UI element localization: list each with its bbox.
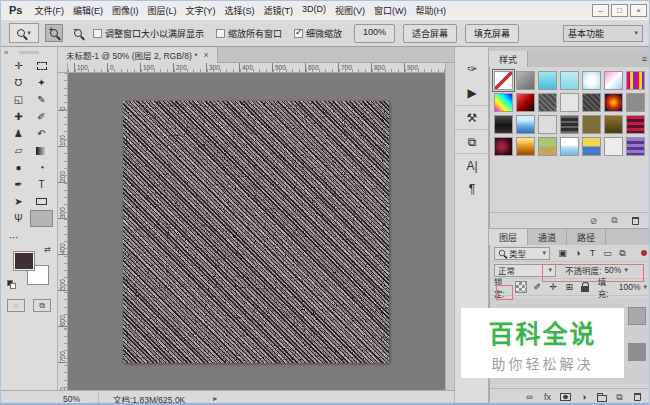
rectangular-marquee-tool[interactable] — [30, 57, 53, 74]
style-swatch[interactable] — [494, 115, 513, 134]
delete-style-button[interactable] — [630, 217, 641, 225]
menu-item[interactable]: 滤镜(T) — [263, 4, 293, 17]
zoom-tool[interactable] — [30, 210, 53, 227]
close-icon[interactable]: × — [203, 50, 208, 60]
tool-presets-panel-icon[interactable]: ⚒ — [455, 105, 489, 129]
menu-item[interactable]: 图像(I) — [112, 4, 139, 17]
shape-tool[interactable] — [30, 193, 53, 210]
blur-tool[interactable]: ● — [7, 159, 30, 176]
canvas-area[interactable] — [68, 73, 445, 390]
gradient-tool[interactable] — [30, 142, 53, 159]
lasso-tool[interactable]: ℧ — [7, 74, 30, 91]
layer-thumbnail[interactable] — [628, 343, 646, 361]
healing-brush-tool[interactable]: ✚ — [7, 108, 30, 125]
delete-layer-icon[interactable] — [632, 393, 643, 401]
style-swatch[interactable] — [582, 93, 601, 112]
style-swatch[interactable] — [516, 115, 535, 134]
swap-colors-icon[interactable]: ⇄ — [44, 245, 51, 254]
filter-adjustment-icon[interactable]: ◑ — [572, 248, 583, 258]
vertical-scrollbar[interactable] — [445, 63, 454, 390]
layers-panel-tab[interactable]: 路径 — [567, 229, 606, 245]
actions-panel-icon[interactable]: ▶ — [455, 81, 489, 105]
collapse-panel-icon[interactable]: » — [4, 48, 8, 57]
panel-menu-icon[interactable]: ≡ — [642, 54, 650, 64]
filter-pixel-icon[interactable]: ▣ — [557, 248, 568, 258]
workspace-select[interactable]: 基本功能 ▾ — [563, 25, 643, 42]
status-expand-arrow[interactable]: ▸ — [213, 394, 217, 403]
menu-item[interactable]: 图层(L) — [147, 4, 176, 17]
dodge-tool[interactable]: ◔ — [30, 159, 53, 176]
style-swatch[interactable] — [604, 115, 623, 134]
menu-item[interactable]: 文件(F) — [34, 4, 64, 17]
edit-toolbar-button[interactable]: ⋯ — [9, 232, 19, 243]
document-image[interactable] — [123, 101, 389, 363]
filter-toggle-icon[interactable] — [641, 250, 647, 256]
option-checkbox[interactable]: 细微缩放 — [294, 27, 342, 40]
new-layer-icon[interactable]: ⧉ — [614, 392, 625, 403]
document-tab[interactable]: 未标题-1 @ 50% (图层 2, RGB/8) * × — [58, 47, 218, 63]
menu-item[interactable]: 编辑(E) — [73, 4, 103, 17]
checkbox-icon[interactable] — [93, 29, 102, 38]
style-swatch[interactable] — [582, 71, 601, 90]
style-swatch[interactable] — [582, 137, 601, 156]
option-checkbox[interactable]: 调整窗口大小以满屏显示 — [93, 27, 204, 40]
style-swatch[interactable] — [516, 93, 535, 112]
style-swatch[interactable] — [538, 137, 557, 156]
lock-all-icon[interactable] — [580, 282, 591, 292]
default-colors-icon[interactable] — [7, 280, 16, 289]
style-swatch[interactable] — [516, 71, 535, 90]
menu-item[interactable]: 窗口(W) — [374, 4, 407, 17]
style-swatch[interactable] — [604, 137, 623, 156]
checkbox-icon[interactable] — [294, 29, 303, 38]
zoom-out-button[interactable]: − — [69, 24, 87, 42]
style-swatch[interactable] — [582, 115, 601, 134]
filter-smart-object-icon[interactable]: ⧉ — [617, 248, 628, 259]
minimize-button[interactable]: – — [592, 4, 609, 17]
fill-screen-button[interactable]: 填充屏幕 — [465, 24, 519, 43]
tab-styles[interactable]: 样式 — [489, 51, 528, 67]
option-checkbox[interactable]: 缩放所有窗口 — [216, 27, 282, 40]
menu-item[interactable]: 文字(Y) — [185, 4, 215, 17]
style-swatch[interactable] — [560, 71, 579, 90]
style-swatch[interactable] — [604, 93, 623, 112]
brush-panel-icon[interactable]: ✑ — [455, 57, 489, 81]
zoom-in-button[interactable]: + — [45, 24, 63, 42]
clear-style-button[interactable]: ⊘ — [588, 216, 599, 226]
lock-artboard-icon[interactable]: ⊞ — [564, 282, 575, 292]
character-panel-icon[interactable]: A| — [455, 153, 489, 177]
quick-mask-button[interactable]: ◌ — [7, 299, 25, 312]
panel-grip[interactable] — [19, 51, 39, 54]
foreground-color-swatch[interactable] — [13, 251, 35, 271]
new-style-button[interactable]: ⧉ — [609, 215, 620, 226]
crop-tool[interactable]: ◱ — [7, 91, 30, 108]
fit-screen-button[interactable]: 适合屏幕 — [403, 24, 457, 43]
style-swatch[interactable] — [626, 71, 645, 90]
clone-source-panel-icon[interactable]: ⧉ — [455, 129, 489, 153]
chevron-down-icon[interactable]: ▾ — [643, 283, 647, 291]
zoom-100-button[interactable]: 100% — [354, 24, 395, 43]
history-brush-tool[interactable]: ↶ — [30, 125, 53, 142]
pen-tool[interactable]: ✒ — [7, 176, 30, 193]
layers-panel-tab[interactable]: 通道 — [528, 229, 567, 245]
close-button[interactable]: × — [630, 4, 647, 17]
layers-panel-tab[interactable]: 图层 — [489, 229, 528, 245]
new-group-icon[interactable] — [596, 393, 607, 402]
move-tool[interactable]: ✛ — [7, 57, 30, 74]
maximize-button[interactable]: □ — [611, 4, 628, 17]
style-none-swatch[interactable] — [494, 71, 513, 90]
checkbox-icon[interactable] — [216, 29, 225, 38]
paragraph-panel-icon[interactable]: ¶ — [455, 177, 489, 201]
screen-mode-button[interactable]: ⧉ — [33, 299, 51, 312]
menu-item[interactable]: 3D(D) — [302, 4, 326, 17]
menu-item[interactable]: 帮助(H) — [415, 4, 446, 17]
style-swatch[interactable] — [538, 115, 557, 134]
new-adjustment-layer-icon[interactable]: ◑ — [578, 392, 589, 402]
status-zoom-field[interactable]: 50% — [59, 393, 99, 405]
layer-filter-select[interactable]: 类型 ▾ — [494, 247, 550, 260]
style-swatch[interactable] — [538, 71, 557, 90]
style-swatch[interactable] — [626, 137, 645, 156]
layer-effects-icon[interactable]: fx — [542, 392, 553, 402]
magic-wand-tool[interactable]: ✦ — [30, 74, 53, 91]
eyedropper-tool[interactable]: ✎ — [30, 91, 53, 108]
style-swatch[interactable] — [494, 93, 513, 112]
